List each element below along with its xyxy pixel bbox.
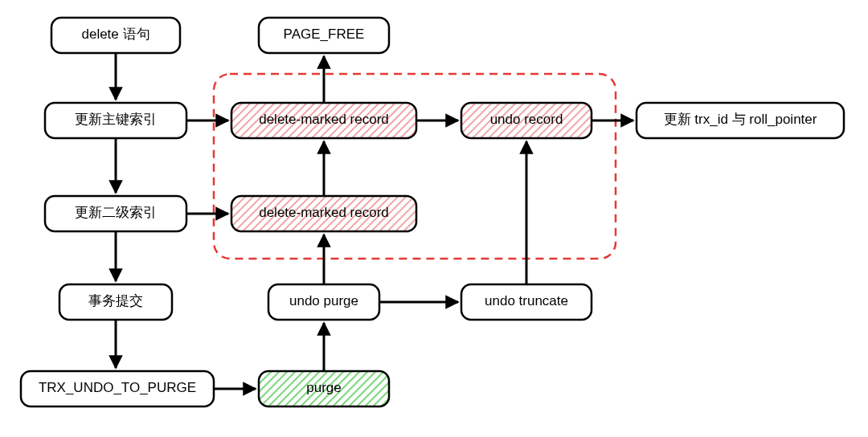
label: 更新主键索引 (75, 112, 157, 127)
label: undo record (490, 112, 563, 127)
node-page-free: PAGE_FREE (259, 18, 389, 53)
node-undo-truncate: undo truncate (461, 284, 592, 320)
node-undo-purge: undo purge (268, 284, 379, 320)
node-undo-record: undo record (461, 103, 592, 138)
label: delete-marked record (259, 112, 389, 127)
node-update-pk: 更新主键索引 (45, 103, 186, 138)
node-update-trx: 更新 trx_id 与 roll_pointer (637, 103, 844, 138)
node-purge: purge (259, 371, 389, 406)
label: 更新 trx_id 与 roll_pointer (664, 112, 817, 127)
node-trx-undo-to-purge: TRX_UNDO_TO_PURGE (21, 371, 214, 406)
node-commit: 事务提交 (59, 284, 172, 320)
label: delete-marked record (259, 205, 389, 220)
flow-diagram: delete 语句 更新主键索引 更新二级索引 事务提交 TRX_UNDO_TO… (0, 0, 868, 437)
node-update-sec: 更新二级索引 (45, 196, 186, 231)
label: PAGE_FREE (284, 27, 365, 42)
label: purge (306, 380, 341, 395)
node-dm-record-top: delete-marked record (231, 103, 416, 138)
label: delete 语句 (81, 27, 149, 42)
label: undo truncate (485, 293, 568, 308)
label: 事务提交 (88, 293, 143, 308)
node-delete-stmt: delete 语句 (51, 18, 180, 53)
label: undo purge (289, 293, 358, 308)
node-dm-record-bot: delete-marked record (231, 196, 416, 231)
label: TRX_UNDO_TO_PURGE (39, 380, 196, 395)
label: 更新二级索引 (75, 205, 157, 220)
